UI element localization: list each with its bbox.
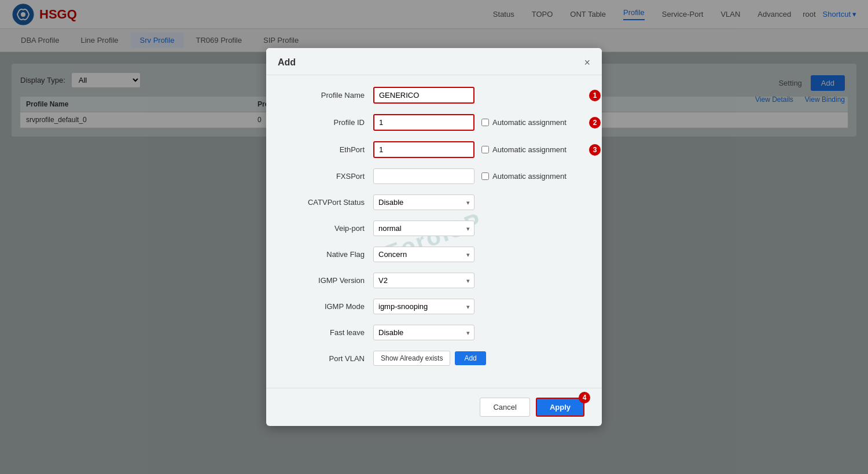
profile-id-input[interactable] — [373, 114, 475, 131]
igmp-mode-label: IGMP Mode — [284, 302, 365, 311]
profile-id-auto-checkbox[interactable] — [481, 119, 489, 126]
igmp-mode-select-wrapper: igmp-snooping igmp-proxy — [373, 299, 475, 314]
form-row-igmp-version: IGMP Version V2 V3 — [284, 273, 584, 288]
catv-label: CATVPort Status — [284, 198, 365, 207]
eth-port-label: EthPort — [284, 145, 365, 154]
show-already-exists-button[interactable]: Show Already exists — [373, 351, 450, 366]
form-row-profile-name: Profile Name 1 — [284, 87, 584, 104]
native-flag-select-wrapper: Concern Ignore — [373, 247, 475, 262]
fxs-port-auto-checkbox[interactable] — [481, 172, 489, 180]
fxs-port-auto-label: Automatic assignment — [481, 172, 567, 181]
modal: ForoISP Add × Profile Name 1 Profile ID — [266, 48, 602, 426]
igmp-version-select-wrapper: V2 V3 — [373, 273, 475, 288]
port-vlan-controls: Show Already exists Add — [373, 351, 486, 366]
form-row-veip: Veip-port normal other — [284, 221, 584, 236]
eth-port-auto-checkbox[interactable] — [481, 146, 489, 153]
port-vlan-add-button[interactable]: Add — [455, 351, 486, 365]
eth-port-input[interactable] — [373, 141, 475, 158]
fxs-port-label: FXSPort — [284, 172, 365, 181]
form-row-native-flag: Native Flag Concern Ignore — [284, 247, 584, 262]
veip-label: Veip-port — [284, 224, 365, 233]
form-row-profile-id: Profile ID Automatic assignment 2 — [284, 114, 584, 131]
fast-leave-select[interactable]: Disable Enable — [373, 325, 475, 340]
catv-select[interactable]: Disable Enable — [373, 194, 475, 210]
badge-2: 2 — [589, 117, 601, 128]
veip-select[interactable]: normal other — [373, 221, 475, 236]
profile-name-label: Profile Name — [284, 91, 365, 100]
form-row-fast-leave: Fast leave Disable Enable — [284, 325, 584, 340]
badge-4: 4 — [579, 392, 590, 403]
catv-select-wrapper: Disable Enable — [373, 194, 475, 210]
profile-id-auto-label: Automatic assignment — [481, 118, 567, 127]
modal-title: Add — [278, 57, 296, 68]
igmp-version-label: IGMP Version — [284, 276, 365, 285]
modal-footer: Cancel Apply 4 — [266, 388, 602, 426]
veip-select-wrapper: normal other — [373, 221, 475, 236]
form-row-eth-port: EthPort Automatic assignment 3 — [284, 141, 584, 158]
eth-port-auto-label: Automatic assignment — [481, 145, 567, 154]
profile-name-input[interactable] — [373, 87, 475, 104]
form-row-fxs-port: FXSPort Automatic assignment — [284, 168, 584, 184]
igmp-mode-select[interactable]: igmp-snooping igmp-proxy — [373, 299, 475, 314]
fast-leave-select-wrapper: Disable Enable — [373, 325, 475, 340]
igmp-version-select[interactable]: V2 V3 — [373, 273, 475, 288]
cancel-button[interactable]: Cancel — [480, 398, 529, 417]
badge-1: 1 — [589, 90, 601, 101]
modal-overlay: ForoISP Add × Profile Name 1 Profile ID — [0, 0, 868, 474]
badge-3: 3 — [589, 144, 601, 156]
main-content: Display Type: All Profile Name Prof... s… — [0, 52, 868, 474]
form-row-port-vlan: Port VLAN Show Already exists Add — [284, 351, 584, 366]
apply-button[interactable]: Apply — [536, 398, 584, 417]
form-row-igmp-mode: IGMP Mode igmp-snooping igmp-proxy — [284, 299, 584, 314]
apply-wrapper: Apply 4 — [536, 398, 584, 417]
modal-body: Profile Name 1 Profile ID Automatic assi… — [266, 75, 602, 388]
modal-close-button[interactable]: × — [584, 57, 590, 68]
modal-header: Add × — [266, 48, 602, 75]
port-vlan-label: Port VLAN — [284, 354, 365, 363]
form-row-catv: CATVPort Status Disable Enable — [284, 194, 584, 210]
fxs-port-input[interactable] — [373, 168, 475, 184]
native-flag-label: Native Flag — [284, 250, 365, 259]
profile-id-label: Profile ID — [284, 118, 365, 127]
fast-leave-label: Fast leave — [284, 328, 365, 337]
native-flag-select[interactable]: Concern Ignore — [373, 247, 475, 262]
